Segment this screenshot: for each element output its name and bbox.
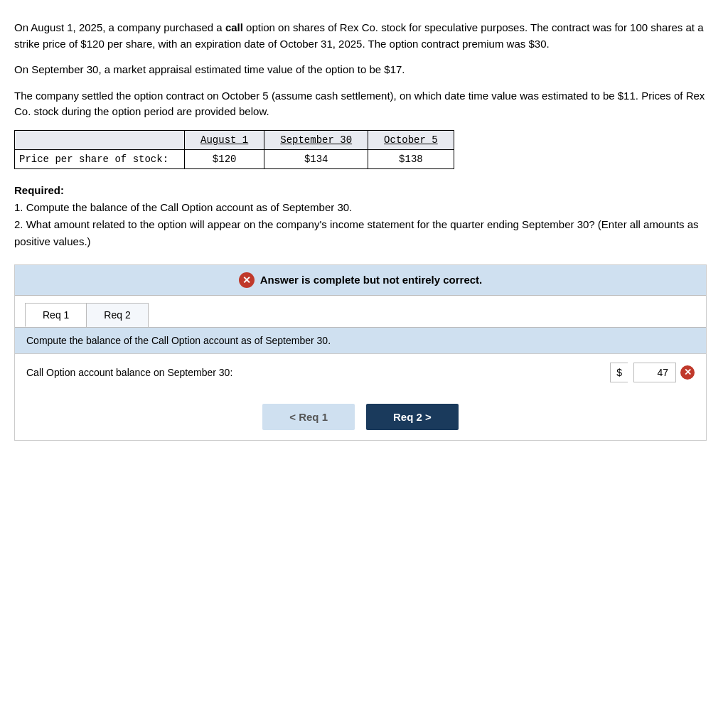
- input-label: Call Option account balance on September…: [26, 367, 610, 378]
- dollar-sign: $: [610, 363, 628, 382]
- tab-content-header: Compute the balance of the Call Option a…: [15, 328, 706, 353]
- required-item-1: 1. Compute the balance of the Call Optio…: [14, 199, 707, 216]
- paragraph1: On August 1, 2025, a company purchased a…: [14, 20, 707, 52]
- table-header-october5: October 5: [368, 130, 454, 149]
- prev-button[interactable]: < Req 1: [262, 404, 355, 430]
- table-header-empty: [15, 130, 185, 149]
- nav-buttons: < Req 1 Req 2 >: [15, 391, 706, 440]
- bold-call: call: [225, 21, 243, 33]
- tab-req2[interactable]: Req 2: [86, 303, 148, 327]
- answer-area: ✕ Answer is complete but not entirely co…: [14, 264, 707, 441]
- paragraph2: On September 30, a market appraisal esti…: [14, 62, 707, 78]
- tab-req1[interactable]: Req 1: [25, 303, 86, 327]
- table-header-august1: August 1: [185, 130, 264, 149]
- call-option-balance-input[interactable]: [633, 363, 676, 382]
- tab-content-area: Compute the balance of the Call Option a…: [15, 327, 706, 391]
- answer-banner: ✕ Answer is complete but not entirely co…: [15, 265, 706, 296]
- answer-error-icon: ✕: [239, 272, 255, 288]
- input-row: Call Option account balance on September…: [15, 353, 706, 391]
- table-row-label: Price per share of stock:: [15, 149, 185, 168]
- tabs-row: Req 1 Req 2: [15, 296, 706, 327]
- answer-banner-text: Answer is complete but not entirely corr…: [260, 274, 483, 286]
- required-section: Required: 1. Compute the balance of the …: [14, 182, 707, 250]
- required-title: Required:: [14, 184, 64, 196]
- required-item-2: 2. What amount related to the option wil…: [14, 216, 707, 250]
- stock-price-table: August 1 September 30 October 5 Price pe…: [14, 130, 454, 169]
- paragraph3: The company settled the option contract …: [14, 88, 707, 120]
- table-cell-september30-value: $134: [264, 149, 368, 168]
- table-cell-october5-value: $138: [368, 149, 454, 168]
- table-header-september30: September 30: [264, 130, 368, 149]
- table-cell-august1-value: $120: [185, 149, 264, 168]
- input-error-icon: ✕: [680, 365, 695, 380]
- input-group: $ ✕: [610, 363, 695, 382]
- next-button[interactable]: Req 2 >: [366, 404, 459, 430]
